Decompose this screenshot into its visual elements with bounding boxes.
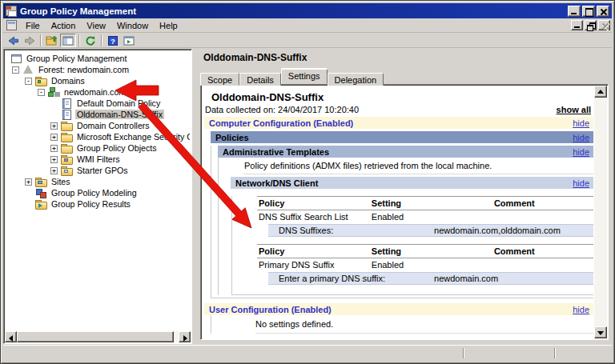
console-tree-pane: Group Policy Management - Forest: newdom… <box>3 49 192 344</box>
policy-setting: Enabled <box>372 260 436 270</box>
dns-suffix-search-list-table: Policy Setting Comment DNS Suffix Search… <box>257 196 593 237</box>
tab-settings[interactable]: Settings <box>281 69 328 84</box>
window-title: Group Policy Management <box>20 6 566 16</box>
tree-item-label: Microsoft Exchange Security Groups <box>75 132 190 142</box>
up-one-level-icon[interactable] <box>44 34 60 47</box>
user-configuration-band: User Configuration (Enabled) hide <box>204 303 593 315</box>
tree-item-olddomain-dns-suffix[interactable]: Olddomain-DNS-Suffix <box>6 109 190 120</box>
collapse-expander-icon[interactable]: - <box>12 66 19 74</box>
folder-icon <box>61 121 73 130</box>
maximize-icon[interactable] <box>582 6 595 17</box>
column-header-setting: Setting <box>372 198 436 208</box>
show-all-link[interactable]: show all <box>557 105 591 114</box>
no-settings-text: No settings defined. <box>255 315 593 334</box>
tab-details[interactable]: Details <box>239 73 281 86</box>
tree-item-sites[interactable]: + Sites <box>6 176 190 187</box>
tree-item-domain-controllers[interactable]: + Domain Controllers <box>6 120 190 131</box>
tree-item-label: Group Policy Objects <box>75 143 159 153</box>
starter-gpos-folder-icon <box>61 166 73 175</box>
expand-expander-icon[interactable]: + <box>25 178 32 186</box>
back-icon[interactable] <box>6 34 22 47</box>
minimize-icon[interactable] <box>568 6 581 17</box>
report-vertical-scrollbar[interactable] <box>594 86 607 338</box>
network-dns-client-title: Network/DNS Client <box>235 178 318 188</box>
expand-expander-icon[interactable]: + <box>50 156 58 163</box>
new-window-icon[interactable] <box>121 34 137 47</box>
column-header-policy: Policy <box>257 246 372 256</box>
tree-item-domains[interactable]: - Domains <box>6 75 190 86</box>
tree-item-label: Group Policy Management <box>25 54 128 63</box>
menu-view[interactable]: View <box>81 19 111 32</box>
toolbar-separator <box>78 34 80 46</box>
hide-link[interactable]: hide <box>573 305 589 314</box>
help-icon[interactable]: ? <box>105 34 121 47</box>
setting-parameter-label: DNS Suffixes: <box>268 226 434 235</box>
sites-folder-icon <box>35 177 47 186</box>
title-bar[interactable]: Group Policy Management <box>3 3 612 18</box>
administrative-templates-band: Administrative Templates hide <box>218 146 593 158</box>
expand-expander-icon[interactable]: + <box>50 145 58 152</box>
tree-item-group-policy-modeling[interactable]: Group Policy Modeling <box>6 187 190 198</box>
policy-comment <box>436 260 593 270</box>
column-header-setting: Setting <box>372 246 436 256</box>
tree-item-newdomain[interactable]: - newdomain.com <box>6 86 190 98</box>
menu-file[interactable]: File <box>20 19 46 32</box>
administrative-templates-title: Administrative Templates <box>223 147 329 157</box>
scroll-right-icon[interactable] <box>179 331 191 342</box>
tree-item-forest[interactable]: - Forest: newdomain.com <box>6 64 190 75</box>
console-document-icon <box>6 20 17 30</box>
table-row: DNS Suffix Search List Enabled <box>257 210 593 222</box>
scroll-left-icon[interactable] <box>5 331 17 342</box>
status-bar <box>3 345 612 360</box>
collapse-expander-icon[interactable]: - <box>25 78 32 85</box>
tree-item-microsoft-exchange-security-groups[interactable]: + Microsoft Exchange Security Groups <box>6 131 190 142</box>
tree-item-label: Group Policy Results <box>50 199 132 209</box>
hide-link[interactable]: hide <box>573 118 589 128</box>
expand-expander-icon[interactable]: + <box>50 134 58 141</box>
hide-link[interactable]: hide <box>573 147 589 157</box>
forward-icon[interactable] <box>22 34 38 47</box>
data-collected-text: Data collected on: 24/04/2017 10:20:40 <box>205 105 359 114</box>
expand-expander-icon[interactable]: + <box>50 167 58 174</box>
tree-item-label: newdomain.com <box>62 87 127 97</box>
tree-item-group-policy-objects[interactable]: + Group Policy Objects <box>6 142 190 154</box>
group-policy-results-folder-icon <box>35 199 47 209</box>
gpo-icon <box>61 98 73 108</box>
tree-horizontal-scrollbar[interactable] <box>5 331 191 342</box>
tree-item-default-domain-policy[interactable]: Default Domain Policy <box>6 98 190 109</box>
tab-scope[interactable]: Scope <box>200 73 239 86</box>
folder-icon <box>61 132 73 142</box>
toolbar-separator <box>101 34 102 46</box>
hide-link[interactable]: hide <box>573 178 589 188</box>
expand-expander-icon[interactable]: + <box>50 122 58 130</box>
main-area: Group Policy Management - Forest: newdom… <box>3 49 612 344</box>
hide-link[interactable]: hide <box>573 133 589 142</box>
show-console-tree-icon[interactable] <box>60 34 76 47</box>
domain-icon <box>48 87 60 97</box>
tree-item-label: WMI Filters <box>75 154 122 164</box>
scroll-up-icon[interactable] <box>594 86 607 98</box>
scroll-down-icon[interactable] <box>594 326 607 338</box>
collapse-expander-icon[interactable]: - <box>38 89 45 96</box>
refresh-icon[interactable] <box>82 34 98 47</box>
tree-item-group-policy-management[interactable]: Group Policy Management <box>6 53 190 64</box>
close-icon[interactable] <box>597 6 609 17</box>
tree-item-starter-gpos[interactable]: + Starter GPOs <box>6 165 190 176</box>
tree-item-label: Starter GPOs <box>75 166 130 175</box>
tab-delegation[interactable]: Delegation <box>328 73 384 86</box>
network-dns-client-band: Network/DNS Client hide <box>231 177 593 189</box>
menu-help[interactable]: Help <box>154 19 183 32</box>
computer-configuration-title: Computer Configuration (Enabled) <box>209 118 353 128</box>
tree-item-group-policy-results[interactable]: Group Policy Results <box>6 198 190 210</box>
horizontal-scroll-thumb[interactable] <box>17 331 174 342</box>
gpmc-app-icon <box>6 6 17 16</box>
tree-item-wmi-filters[interactable]: + WMI Filters <box>6 154 190 165</box>
menu-action[interactable]: Action <box>46 19 82 32</box>
child-restore-icon[interactable] <box>585 20 597 30</box>
network-dns-client-section: Network/DNS Client hide Policy <box>231 177 593 295</box>
tree-item-label: Olddomain-DNS-Suffix <box>75 110 164 119</box>
menu-window[interactable]: Window <box>111 19 154 32</box>
console-tree: Group Policy Management - Forest: newdom… <box>6 53 190 330</box>
child-minimize-icon[interactable] <box>571 20 583 30</box>
tree-item-label: Group Policy Modeling <box>50 188 139 198</box>
